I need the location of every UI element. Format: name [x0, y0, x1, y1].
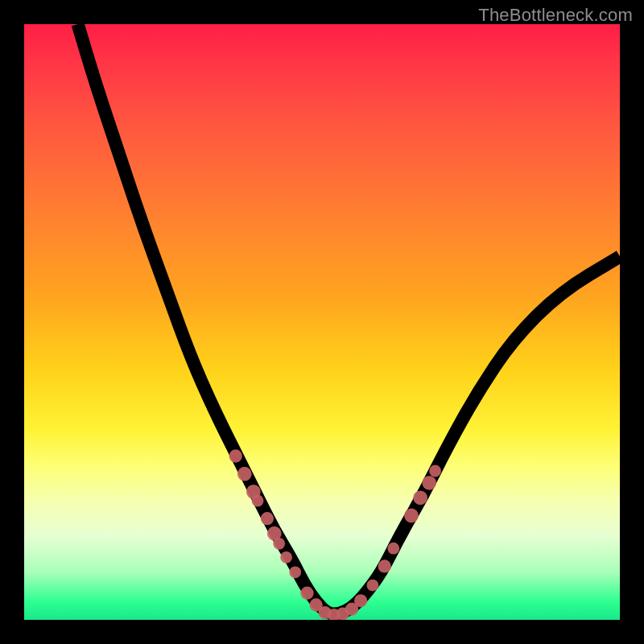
- chart-frame: TheBottleneck.com: [0, 0, 644, 644]
- marker-bead: [354, 594, 367, 607]
- marker-bead: [422, 476, 436, 490]
- curve-svg: [24, 24, 620, 620]
- plot-area: [24, 24, 620, 620]
- marker-bead: [387, 543, 399, 555]
- marker-bead: [429, 465, 441, 477]
- marker-bead: [300, 587, 313, 600]
- marker-bead: [404, 509, 419, 523]
- marker-bead: [413, 490, 427, 505]
- marker-bead: [261, 512, 274, 525]
- marker-beads: [229, 449, 441, 620]
- marker-bead: [378, 559, 391, 572]
- marker-bead: [273, 538, 285, 550]
- bottleneck-curve: [78, 24, 620, 614]
- marker-bead: [229, 449, 242, 462]
- marker-bead: [237, 467, 252, 481]
- marker-bead: [289, 566, 301, 578]
- watermark-text: TheBottleneck.com: [478, 5, 633, 26]
- marker-bead: [367, 580, 379, 592]
- marker-bead: [280, 551, 292, 564]
- marker-bead: [252, 495, 264, 507]
